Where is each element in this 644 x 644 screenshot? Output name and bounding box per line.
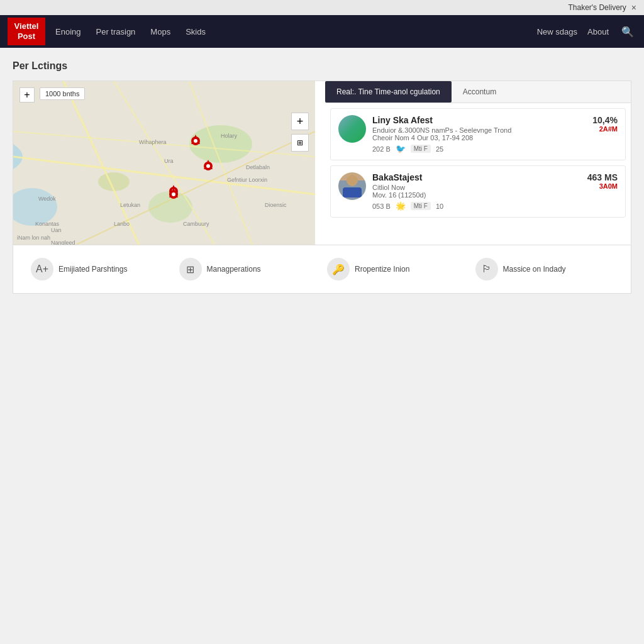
card-1-avatar — [338, 115, 366, 143]
card-2-count: 053 B — [372, 203, 391, 210]
map-container: Holary Detlabaln Wedok Konantas Lanbo Le… — [13, 81, 315, 245]
nav-item-pertrasign[interactable]: Per trasign — [96, 25, 135, 39]
add-text-icon: A+ — [36, 264, 48, 275]
tab-accontum[interactable]: Accontum — [452, 81, 508, 103]
action-icon-1: ⊞ — [179, 258, 202, 280]
avatar-body — [343, 187, 362, 197]
grid-icon: ⊞ — [186, 264, 194, 275]
map-zoom-controls: + — [19, 87, 35, 103]
notification-bar: Thaker's Delivery × — [0, 0, 644, 15]
card-2-right: 463 MS 3A0M — [587, 172, 618, 190]
svg-text:Wedok: Wedok — [38, 196, 56, 202]
emoji-icon-2: 🌟 — [396, 201, 406, 211]
nav-item-mops[interactable]: Mops — [150, 25, 170, 39]
avatar-landscape-1 — [338, 115, 366, 143]
cards-list: Liny Ska Afest Enduior &.3000NS namPs - … — [325, 103, 631, 223]
action-item-1[interactable]: ⊞ Managperations — [174, 254, 323, 284]
nav-links: Enoing Per trasign Mops Skids — [55, 25, 537, 39]
card-1: Liny Ska Afest Enduior &.3000NS namPs - … — [330, 108, 626, 160]
avatar-head — [347, 175, 358, 186]
flag-icon: 🏳 — [482, 264, 492, 275]
card-2-value: 463 MS — [587, 172, 618, 182]
nav-item-about[interactable]: About — [587, 25, 609, 39]
svg-text:Ura: Ura — [164, 158, 174, 164]
action-item-3[interactable]: 🏳 Massice on Indady — [470, 254, 619, 284]
logo: Viettel Post — [8, 18, 45, 45]
svg-text:Cambuury: Cambuury — [183, 221, 209, 227]
card-1-content: Liny Ska Afest Enduior &.3000NS namPs - … — [372, 115, 586, 153]
card-1-num: 25 — [436, 145, 443, 153]
nav-item-enoing[interactable]: Enoing — [55, 25, 80, 39]
map-watermark: iNam lon nah — [17, 235, 50, 241]
action-icon-2: 🔑 — [327, 258, 350, 280]
page-content: Per Lctings — [0, 48, 644, 306]
card-2-meta: 053 B 🌟 Mti F 10 — [372, 201, 581, 211]
card-1-value: 10,4% — [592, 115, 618, 125]
notification-text: Thaker's Delivery — [568, 3, 626, 12]
action-label-2: Rropentize Inion — [355, 265, 409, 274]
action-item-2[interactable]: 🔑 Rropentize Inion — [322, 254, 470, 284]
svg-text:Wihaphera: Wihaphera — [139, 139, 167, 145]
page-title: Per Lctings — [13, 60, 631, 72]
logo-line1: Viettel — [13, 21, 40, 31]
svg-text:Detlabaln: Detlabaln — [246, 164, 270, 170]
navbar: Viettel Post Enoing Per trasign Mops Ski… — [0, 15, 644, 48]
card-1-meta: 202 B 🐦 Mti F 25 — [372, 144, 586, 153]
search-button[interactable]: 🔍 — [619, 23, 636, 40]
card-2-avatar — [338, 172, 366, 200]
tab-realtime[interactable]: Real:. Tine Time-anol cgulation — [325, 81, 452, 103]
main-section: Holary Detlabaln Wedok Konantas Lanbo Le… — [13, 80, 631, 245]
twitter-icon-1: 🐦 — [396, 144, 406, 153]
card-2-content: BakaStajest Citliol Now Mov. 16 (11250d)… — [372, 172, 581, 211]
card-2-badge-red: 3A0M — [587, 182, 618, 190]
avatar-person-2 — [338, 172, 366, 200]
card-2-badge-f: Mti F — [411, 202, 431, 210]
notification-close[interactable]: × — [631, 3, 636, 13]
action-label-1: Managperations — [207, 265, 261, 274]
svg-text:Letukan: Letukan — [120, 202, 140, 208]
svg-text:Gefntiur Loorxin: Gefntiur Loorxin — [227, 177, 267, 183]
card-1-right: 10,4% 2A#M — [592, 115, 618, 133]
card-1-badge-f: Mti F — [411, 145, 431, 153]
zoom-in-button[interactable]: + — [19, 87, 35, 103]
logo-line2: Post — [13, 31, 40, 42]
card-1-sub1: Enduior &.3000NS namPs - Seelevnge Trond — [372, 126, 586, 134]
card-2-num: 10 — [436, 203, 443, 210]
action-icon-3: 🏳 — [475, 258, 498, 280]
card-1-badge-red: 2A#M — [592, 125, 618, 133]
map-scale-label: 1000 bnths — [40, 87, 85, 100]
action-label-3: Massice on Indady — [503, 265, 566, 274]
svg-text:Lanbo: Lanbo — [114, 221, 130, 227]
map-layer-button[interactable]: ⊞ — [291, 134, 309, 152]
svg-text:Nangleed: Nangleed — [51, 240, 75, 245]
nav-item-newsdags[interactable]: New sdags — [537, 25, 577, 39]
nav-item-skids[interactable]: Skids — [186, 25, 206, 39]
right-panel: Real:. Tine Time-anol cgulation Accontum… — [325, 81, 631, 245]
action-item-0[interactable]: A+ Emijiated Parshtings — [26, 254, 174, 284]
svg-text:Uan: Uan — [51, 227, 62, 233]
svg-point-42 — [206, 164, 210, 168]
key-icon: 🔑 — [332, 264, 345, 275]
nav-right: New sdags About 🔍 — [537, 23, 636, 40]
svg-point-39 — [172, 192, 175, 196]
svg-text:Holary: Holary — [221, 133, 238, 139]
map-svg: Holary Detlabaln Wedok Konantas Lanbo Le… — [13, 81, 315, 245]
svg-text:Dioensic: Dioensic — [265, 202, 287, 208]
action-icon-0: A+ — [31, 258, 53, 280]
svg-point-30 — [194, 139, 197, 143]
card-2-name: BakaStajest — [372, 172, 581, 182]
card-2-sub2: Mov. 16 (11250d) — [372, 191, 581, 199]
card-2-sub1: Citliol Now — [372, 184, 581, 191]
action-label-0: Emijiated Parshtings — [58, 265, 127, 274]
map-zoom-out-button[interactable]: + — [291, 113, 309, 130]
card-1-count: 202 B — [372, 145, 391, 153]
card-1-name: Liny Ska Afest — [372, 115, 586, 125]
bottom-actions: A+ Emijiated Parshtings ⊞ Managperations… — [13, 245, 631, 294]
svg-text:Konantas: Konantas — [35, 221, 60, 227]
card-2: BakaStajest Citliol Now Mov. 16 (11250d)… — [330, 165, 626, 218]
card-1-sub2: Cheoir Nom 4 Our 03, 17-94 208 — [372, 134, 586, 142]
tabs-bar: Real:. Tine Time-anol cgulation Accontum — [325, 81, 631, 103]
